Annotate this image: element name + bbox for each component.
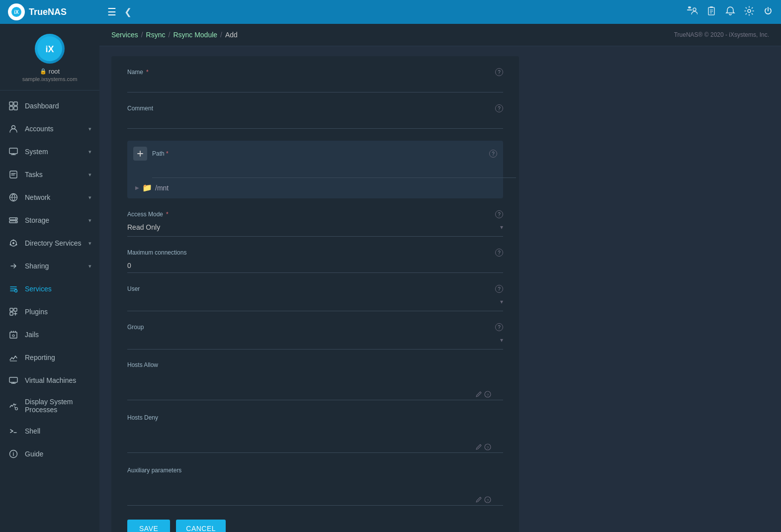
power-icon[interactable] (763, 6, 773, 18)
cancel-button[interactable]: CANCEL (176, 520, 226, 532)
comment-label: Comment ? (127, 104, 503, 112)
user-topbar-icon[interactable] (687, 5, 697, 19)
sharing-chevron: ▾ (88, 263, 91, 269)
sidebar-item-label-storage: Storage (25, 216, 83, 224)
sidebar-item-directory-services[interactable]: Directory Services ▾ (0, 232, 99, 255)
svg-rect-6 (710, 6, 713, 8)
accounts-chevron: ▾ (88, 126, 91, 132)
name-input[interactable] (127, 78, 503, 92)
brand: iX TrueNAS (8, 3, 107, 20)
breadcrumb-add: Add (225, 31, 238, 39)
path-input[interactable] (152, 166, 516, 178)
path-tree-chevron[interactable]: ▶ (135, 185, 139, 190)
path-tree-item: ▶ 📁 /mnt (133, 183, 497, 192)
group-field: Group ? ▾ (127, 323, 503, 350)
breadcrumb-rsync-module[interactable]: Rsync Module (173, 31, 217, 39)
brand-name: TrueNAS (29, 7, 67, 17)
path-add-button[interactable] (133, 147, 147, 161)
sidebar-item-sharing[interactable]: Sharing ▾ (0, 255, 99, 277)
shell-icon (8, 426, 19, 437)
sidebar-item-system[interactable]: System ▾ (0, 140, 99, 163)
plugins-icon (8, 306, 19, 317)
sidebar-item-label-dashboard: Dashboard (25, 102, 91, 110)
sidebar-item-tasks[interactable]: Tasks ▾ (0, 163, 99, 186)
group-select[interactable] (127, 333, 500, 347)
system-icon (8, 146, 19, 157)
group-help-icon[interactable]: ? (495, 323, 503, 331)
gear-icon[interactable] (744, 6, 754, 18)
name-field: Name * ? (127, 68, 503, 92)
sidebar-item-storage[interactable]: Storage ▾ (0, 209, 99, 232)
sidebar-item-network[interactable]: Network ▾ (0, 186, 99, 209)
avatar: iX (35, 34, 65, 64)
svg-point-28 (16, 244, 17, 246)
sidebar-item-accounts[interactable]: Accounts ▾ (0, 117, 99, 140)
hamburger-icon[interactable]: ☰ (107, 6, 116, 18)
sidebar-item-shell[interactable]: Shell (0, 420, 99, 443)
hosts-allow-help-icon[interactable]: ? (484, 391, 491, 399)
svg-text:?: ? (487, 445, 489, 450)
system-chevron: ▾ (88, 149, 91, 155)
sidebar-item-display-system-processes[interactable]: Display System Processes (0, 392, 99, 420)
hosts-deny-help-icon[interactable]: ? (484, 443, 491, 452)
sidebar-item-reporting[interactable]: Reporting (0, 346, 99, 369)
form-card: Name * ? Comment ? (111, 56, 519, 532)
form-actions: SAVE CANCEL (127, 520, 503, 532)
hosts-allow-textarea-row: ? (127, 370, 503, 402)
sidebar-item-dashboard[interactable]: Dashboard (0, 94, 99, 117)
user-chevron: ▾ (500, 298, 503, 305)
breadcrumb-services[interactable]: Services (111, 31, 138, 39)
sidebar-item-services[interactable]: Services (0, 277, 99, 300)
access-mode-help-icon[interactable]: ? (495, 210, 503, 218)
access-mode-select[interactable]: Read Only Read/Write Write Only (127, 220, 500, 234)
comment-help-icon[interactable]: ? (495, 104, 503, 112)
path-help-icon[interactable]: ? (489, 150, 497, 158)
sidebar-item-label-plugins: Plugins (25, 308, 91, 316)
hosts-deny-edit-icon[interactable] (476, 443, 482, 452)
sidebar-item-guide[interactable]: i Guide (0, 443, 99, 465)
hosts-allow-label: Hosts Allow (127, 361, 503, 368)
name-help-icon[interactable]: ? (495, 68, 503, 76)
auxiliary-parameters-help-icon[interactable]: ? (484, 496, 491, 505)
sidebar-item-label-tasks: Tasks (25, 171, 83, 178)
user-select[interactable] (127, 295, 500, 309)
name-required: * (146, 69, 149, 76)
breadcrumb-sep-1: / (141, 31, 143, 39)
user-help-icon[interactable]: ? (495, 285, 503, 293)
maximum-connections-input[interactable] (127, 259, 503, 273)
bell-icon[interactable] (725, 6, 735, 18)
comment-input[interactable] (127, 114, 503, 129)
maximum-connections-help-icon[interactable]: ? (495, 249, 503, 257)
hosts-allow-textarea[interactable] (127, 370, 503, 400)
svg-point-4 (693, 8, 696, 11)
topbar: iX TrueNAS ☰ ❮ (0, 0, 781, 24)
auxiliary-parameters-textarea[interactable] (127, 476, 503, 506)
svg-point-24 (15, 221, 16, 222)
network-icon (8, 192, 19, 203)
path-tree-label[interactable]: /mnt (155, 184, 169, 192)
save-button[interactable]: SAVE (127, 520, 170, 532)
hosts-deny-textarea-row: ? (127, 423, 503, 455)
hosts-deny-textarea[interactable] (127, 423, 503, 453)
clipboard-icon[interactable] (706, 6, 716, 18)
svg-text:iX: iX (14, 9, 19, 15)
breadcrumb-rsync[interactable]: Rsync (146, 31, 166, 39)
network-chevron: ▾ (88, 194, 91, 201)
auxiliary-parameters-edit-icon[interactable] (476, 496, 482, 505)
hosts-allow-edit-icon[interactable] (476, 391, 482, 399)
guide-icon: i (8, 448, 19, 459)
access-mode-field: Access Mode * ? Read Only Read/Write Wri… (127, 210, 503, 237)
sidebar-item-jails[interactable]: Jails (0, 323, 99, 346)
back-icon[interactable]: ❮ (124, 6, 132, 17)
sidebar-item-virtual-machines[interactable]: Virtual Machines (0, 369, 99, 392)
svg-text:?: ? (487, 393, 489, 397)
folder-icon: 📁 (142, 183, 152, 192)
breadcrumb-sep-3: / (220, 31, 222, 39)
name-label: Name * ? (127, 68, 503, 76)
group-label: Group ? (127, 323, 503, 331)
username: 🔒 root (40, 68, 60, 75)
svg-rect-32 (14, 308, 17, 311)
sidebar-item-label-system: System (25, 148, 83, 156)
sidebar-item-plugins[interactable]: Plugins (0, 300, 99, 323)
sidebar-item-label-guide: Guide (25, 450, 91, 458)
